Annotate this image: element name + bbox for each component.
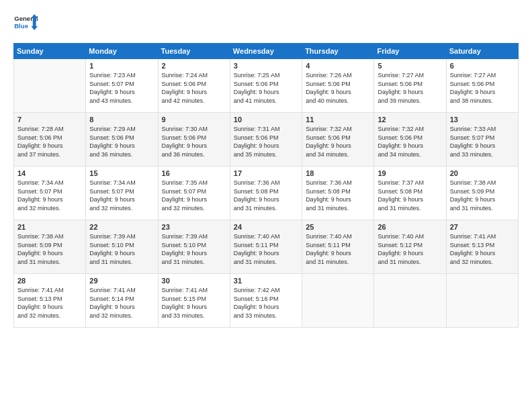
day-details: Sunrise: 7:31 AMSunset: 5:06 PMDaylight:… (234, 125, 298, 158)
day-number: 10 (234, 116, 298, 124)
day-number: 18 (306, 169, 370, 177)
calendar-cell: 6Sunrise: 7:27 AMSunset: 5:06 PMDaylight… (446, 59, 518, 113)
day-number: 24 (234, 223, 298, 231)
day-number: 3 (234, 62, 298, 70)
calendar-cell: 23Sunrise: 7:39 AMSunset: 5:10 PMDayligh… (158, 220, 230, 274)
day-details: Sunrise: 7:41 AMSunset: 5:13 PMDaylight:… (450, 232, 515, 266)
day-details: Sunrise: 7:41 AMSunset: 5:15 PMDaylight:… (162, 286, 226, 320)
day-number: 4 (306, 62, 370, 70)
day-number: 29 (89, 277, 154, 285)
day-number: 7 (17, 116, 82, 124)
calendar-header-row: SundayMondayTuesdayWednesdayThursdayFrid… (14, 44, 519, 59)
day-number: 26 (378, 223, 442, 231)
day-details: Sunrise: 7:25 AMSunset: 5:06 PMDaylight:… (234, 71, 298, 105)
day-number: 12 (378, 116, 442, 124)
calendar-cell: 14Sunrise: 7:34 AMSunset: 5:07 PMDayligh… (14, 167, 86, 220)
calendar-cell: 24Sunrise: 7:40 AMSunset: 5:11 PMDayligh… (230, 220, 302, 274)
day-number: 21 (17, 223, 82, 231)
header: General Blue (13, 12, 519, 36)
day-details: Sunrise: 7:39 AMSunset: 5:10 PMDaylight:… (89, 232, 154, 266)
day-number: 14 (17, 169, 82, 177)
svg-text:Blue: Blue (14, 22, 28, 30)
day-number: 2 (162, 62, 226, 70)
calendar-week-row: 21Sunrise: 7:38 AMSunset: 5:09 PMDayligh… (14, 220, 519, 274)
day-header-sunday: Sunday (14, 44, 86, 59)
calendar-cell: 26Sunrise: 7:40 AMSunset: 5:12 PMDayligh… (374, 220, 446, 274)
calendar-cell: 1Sunrise: 7:23 AMSunset: 5:07 PMDaylight… (86, 59, 158, 113)
calendar-week-row: 14Sunrise: 7:34 AMSunset: 5:07 PMDayligh… (14, 167, 519, 220)
day-details: Sunrise: 7:27 AMSunset: 5:06 PMDaylight:… (450, 71, 515, 105)
day-number: 30 (162, 277, 226, 285)
calendar-week-row: 1Sunrise: 7:23 AMSunset: 5:07 PMDaylight… (14, 59, 519, 113)
day-number: 20 (450, 169, 515, 177)
day-details: Sunrise: 7:38 AMSunset: 5:09 PMDaylight:… (17, 232, 82, 266)
day-details: Sunrise: 7:37 AMSunset: 5:08 PMDaylight:… (378, 179, 442, 212)
calendar-cell: 30Sunrise: 7:41 AMSunset: 5:15 PMDayligh… (158, 274, 230, 328)
calendar-week-row: 28Sunrise: 7:41 AMSunset: 5:13 PMDayligh… (14, 274, 519, 328)
calendar-cell: 21Sunrise: 7:38 AMSunset: 5:09 PMDayligh… (14, 220, 86, 274)
day-number: 6 (450, 62, 515, 70)
calendar-cell: 10Sunrise: 7:31 AMSunset: 5:06 PMDayligh… (230, 113, 302, 167)
day-details: Sunrise: 7:34 AMSunset: 5:07 PMDaylight:… (89, 179, 154, 212)
day-number: 5 (378, 62, 442, 70)
day-number: 31 (234, 277, 298, 285)
day-details: Sunrise: 7:28 AMSunset: 5:06 PMDaylight:… (17, 125, 82, 158)
day-header-friday: Friday (374, 44, 446, 59)
day-details: Sunrise: 7:38 AMSunset: 5:09 PMDaylight:… (450, 179, 515, 212)
day-number: 27 (450, 223, 515, 231)
day-number: 8 (89, 116, 154, 124)
calendar-cell: 4Sunrise: 7:26 AMSunset: 5:06 PMDaylight… (302, 59, 374, 113)
day-number: 1 (89, 62, 154, 70)
day-details: Sunrise: 7:39 AMSunset: 5:10 PMDaylight:… (162, 232, 226, 266)
day-details: Sunrise: 7:23 AMSunset: 5:07 PMDaylight:… (89, 71, 154, 105)
day-number: 16 (162, 169, 226, 177)
day-details: Sunrise: 7:42 AMSunset: 5:16 PMDaylight:… (234, 286, 298, 320)
day-details: Sunrise: 7:33 AMSunset: 5:07 PMDaylight:… (450, 125, 515, 158)
day-details: Sunrise: 7:36 AMSunset: 5:08 PMDaylight:… (306, 179, 370, 212)
logo-svg: General Blue (13, 12, 38, 36)
calendar-cell: 11Sunrise: 7:32 AMSunset: 5:06 PMDayligh… (302, 113, 374, 167)
calendar-cell (374, 274, 446, 328)
calendar-cell: 28Sunrise: 7:41 AMSunset: 5:13 PMDayligh… (14, 274, 86, 328)
calendar-cell (446, 274, 518, 328)
calendar-cell: 31Sunrise: 7:42 AMSunset: 5:16 PMDayligh… (230, 274, 302, 328)
day-details: Sunrise: 7:30 AMSunset: 5:06 PMDaylight:… (162, 125, 226, 158)
day-details: Sunrise: 7:36 AMSunset: 5:08 PMDaylight:… (234, 179, 298, 212)
day-details: Sunrise: 7:24 AMSunset: 5:06 PMDaylight:… (162, 71, 226, 105)
day-header-thursday: Thursday (302, 44, 374, 59)
calendar-cell: 2Sunrise: 7:24 AMSunset: 5:06 PMDaylight… (158, 59, 230, 113)
day-number: 17 (234, 169, 298, 177)
calendar-cell: 19Sunrise: 7:37 AMSunset: 5:08 PMDayligh… (374, 167, 446, 220)
calendar-cell: 8Sunrise: 7:29 AMSunset: 5:06 PMDaylight… (86, 113, 158, 167)
day-header-monday: Monday (86, 44, 158, 59)
day-details: Sunrise: 7:34 AMSunset: 5:07 PMDaylight:… (17, 179, 82, 212)
logo: General Blue (13, 12, 38, 36)
day-details: Sunrise: 7:41 AMSunset: 5:14 PMDaylight:… (89, 286, 154, 320)
day-details: Sunrise: 7:35 AMSunset: 5:07 PMDaylight:… (162, 179, 226, 212)
calendar-cell: 18Sunrise: 7:36 AMSunset: 5:08 PMDayligh… (302, 167, 374, 220)
calendar-cell: 5Sunrise: 7:27 AMSunset: 5:06 PMDaylight… (374, 59, 446, 113)
calendar-cell: 17Sunrise: 7:36 AMSunset: 5:08 PMDayligh… (230, 167, 302, 220)
calendar-cell: 13Sunrise: 7:33 AMSunset: 5:07 PMDayligh… (446, 113, 518, 167)
calendar-week-row: 7Sunrise: 7:28 AMSunset: 5:06 PMDaylight… (14, 113, 519, 167)
day-number: 11 (306, 116, 370, 124)
day-header-saturday: Saturday (446, 44, 518, 59)
day-details: Sunrise: 7:41 AMSunset: 5:13 PMDaylight:… (17, 286, 82, 320)
day-number: 13 (450, 116, 515, 124)
calendar-cell: 27Sunrise: 7:41 AMSunset: 5:13 PMDayligh… (446, 220, 518, 274)
calendar-cell (302, 274, 374, 328)
day-details: Sunrise: 7:26 AMSunset: 5:06 PMDaylight:… (306, 71, 370, 105)
calendar-cell: 29Sunrise: 7:41 AMSunset: 5:14 PMDayligh… (86, 274, 158, 328)
calendar-cell: 12Sunrise: 7:32 AMSunset: 5:06 PMDayligh… (374, 113, 446, 167)
calendar-cell: 22Sunrise: 7:39 AMSunset: 5:10 PMDayligh… (86, 220, 158, 274)
day-number: 15 (89, 169, 154, 177)
calendar-cell (14, 59, 86, 113)
day-header-tuesday: Tuesday (158, 44, 230, 59)
calendar-cell: 7Sunrise: 7:28 AMSunset: 5:06 PMDaylight… (14, 113, 86, 167)
calendar-cell: 16Sunrise: 7:35 AMSunset: 5:07 PMDayligh… (158, 167, 230, 220)
calendar-cell: 3Sunrise: 7:25 AMSunset: 5:06 PMDaylight… (230, 59, 302, 113)
day-number: 23 (162, 223, 226, 231)
day-details: Sunrise: 7:32 AMSunset: 5:06 PMDaylight:… (378, 125, 442, 158)
day-number: 25 (306, 223, 370, 231)
calendar-cell: 9Sunrise: 7:30 AMSunset: 5:06 PMDaylight… (158, 113, 230, 167)
